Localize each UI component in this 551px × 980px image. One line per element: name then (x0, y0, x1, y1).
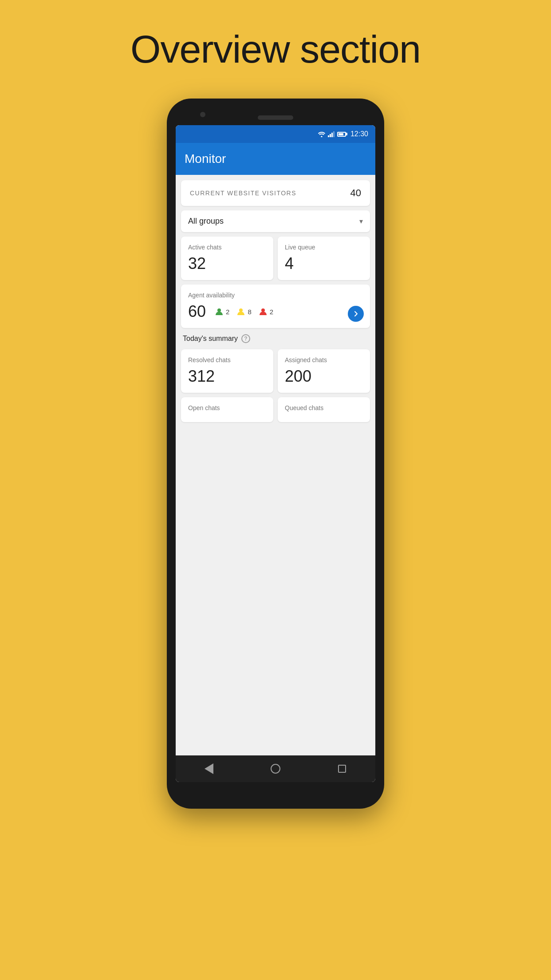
svg-point-6 (239, 308, 243, 312)
agent-availability-card: Agent availability 60 2 (181, 285, 370, 328)
todays-summary-header: Today's summary ? (181, 332, 370, 345)
resolved-chats-card: Resolved chats 312 (181, 349, 273, 393)
app-bar-title: Monitor (185, 152, 226, 166)
dropdown-arrow-icon: ▾ (359, 217, 363, 225)
todays-summary-title: Today's summary (183, 335, 238, 343)
phone-shell: 12:30 Monitor CURRENT WEBSITE VISITORS 4… (167, 99, 384, 809)
svg-rect-3 (331, 133, 333, 137)
summary-stats-grid: Resolved chats 312 Assigned chats 200 Op… (181, 349, 370, 422)
phone-speaker (258, 115, 293, 120)
status-time: 12:30 (350, 130, 368, 138)
queued-chats-card: Queued chats (278, 397, 370, 422)
agent-yellow-status: 8 (236, 307, 251, 316)
recent-icon (338, 765, 346, 773)
resolved-chats-value: 312 (188, 367, 266, 386)
svg-rect-4 (333, 131, 335, 137)
agent-yellow-icon (236, 307, 245, 316)
svg-point-0 (321, 136, 322, 138)
active-chats-label: Active chats (188, 244, 266, 251)
visitors-count: 40 (350, 187, 361, 199)
wifi-icon (318, 131, 326, 137)
assigned-chats-card: Assigned chats 200 (278, 349, 370, 393)
arrow-right-icon (352, 310, 359, 317)
signal-icon (328, 131, 335, 137)
active-chats-value: 32 (188, 254, 266, 273)
assigned-chats-label: Assigned chats (285, 356, 363, 364)
agent-red-count: 2 (270, 308, 273, 316)
back-button[interactable] (202, 762, 216, 775)
visitors-card: CURRENT WEBSITE VISITORS 40 (181, 180, 370, 206)
phone-camera (200, 112, 205, 117)
visitors-label: CURRENT WEBSITE VISITORS (190, 190, 296, 197)
page-title: Overview section (130, 27, 421, 72)
agent-red-icon (259, 307, 268, 316)
dropdown-selected: All groups (188, 217, 224, 226)
recent-button[interactable] (335, 762, 349, 775)
screen-content: CURRENT WEBSITE VISITORS 40 All groups ▾… (176, 175, 375, 755)
agent-row: 60 2 8 (188, 302, 363, 321)
svg-point-5 (217, 308, 221, 312)
agent-red-status: 2 (259, 307, 273, 316)
agent-availability-label: Agent availability (188, 292, 363, 299)
open-chats-card: Open chats (181, 397, 273, 422)
help-icon[interactable]: ? (241, 334, 250, 343)
open-chats-label: Open chats (188, 404, 266, 411)
resolved-chats-label: Resolved chats (188, 356, 266, 364)
live-queue-card: Live queue 4 (278, 237, 370, 280)
stats-grid: Active chats 32 Live queue 4 (181, 237, 370, 280)
bottom-nav (176, 755, 375, 782)
svg-rect-2 (330, 134, 331, 137)
help-char: ? (244, 336, 247, 342)
back-icon (205, 763, 213, 774)
home-button[interactable] (269, 762, 282, 775)
active-chats-card: Active chats 32 (181, 237, 273, 280)
queued-chats-label: Queued chats (285, 404, 363, 411)
agent-yellow-count: 8 (248, 308, 251, 316)
agent-green-count: 2 (226, 308, 229, 316)
status-bar: 12:30 (176, 125, 375, 143)
agent-detail-button[interactable] (348, 306, 364, 322)
live-queue-value: 4 (285, 254, 363, 273)
phone-screen: 12:30 Monitor CURRENT WEBSITE VISITORS 4… (176, 125, 375, 782)
battery-icon (337, 132, 346, 137)
agent-total-count: 60 (188, 302, 206, 321)
groups-dropdown[interactable]: All groups ▾ (181, 210, 370, 232)
phone-top (176, 107, 375, 125)
status-icons (318, 131, 346, 137)
agent-green-status: 2 (215, 307, 229, 316)
agent-green-icon (215, 307, 224, 316)
app-bar: Monitor (176, 143, 375, 175)
home-icon (271, 764, 280, 774)
svg-point-7 (261, 308, 265, 312)
assigned-chats-value: 200 (285, 367, 363, 386)
svg-rect-1 (328, 135, 329, 137)
live-queue-label: Live queue (285, 244, 363, 251)
